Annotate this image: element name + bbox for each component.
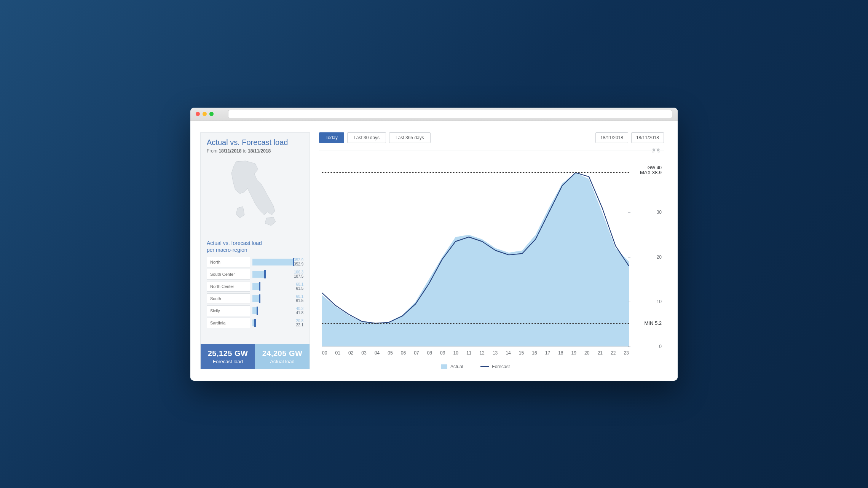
y-gw40-tick xyxy=(628,168,630,168)
region-name: North xyxy=(207,257,250,267)
y-max-line xyxy=(322,172,629,173)
x-tick-label: 07 xyxy=(414,350,419,356)
x-tick-label: 00 xyxy=(322,350,327,356)
sidebar: Actual vs. Forecast load From 18/11/2018… xyxy=(200,132,310,369)
region-bar xyxy=(252,269,290,280)
y-max-label: MAX 38.9 xyxy=(640,170,662,175)
x-tick-label: 09 xyxy=(440,350,445,356)
y-0-tick xyxy=(628,347,630,347)
legend-forecast-swatch xyxy=(480,366,489,367)
y-0-label: 0 xyxy=(659,344,662,349)
region-bar xyxy=(252,318,292,328)
region-row[interactable]: Sardinia20.822.1 xyxy=(207,318,303,328)
subhead-line1: Actual vs. forecast load xyxy=(207,240,262,246)
region-values: 106.3107.5 xyxy=(292,269,303,280)
legend-actual-label: Actual xyxy=(450,364,463,369)
page-title: Actual vs. Forecast load xyxy=(207,138,303,147)
chart-x-axis: 0001020304050607080910111213141516171819… xyxy=(322,350,629,356)
x-tick-label: 15 xyxy=(519,350,524,356)
x-tick-label: 12 xyxy=(479,350,484,356)
y-20-tick xyxy=(628,257,630,258)
browser-window: Actual vs. Forecast load From 18/11/2018… xyxy=(190,108,678,381)
date-range-label: From 18/11/2018 to 18/11/2018 xyxy=(207,148,303,154)
maximize-icon[interactable] xyxy=(209,112,214,116)
range-today-button[interactable]: Today xyxy=(319,132,344,143)
x-tick-label: 18 xyxy=(558,350,563,356)
region-row[interactable]: North Center60.161.5 xyxy=(207,281,303,292)
x-tick-label: 03 xyxy=(361,350,366,356)
range-mid: to xyxy=(241,148,248,154)
legend-forecast-label: Forecast xyxy=(492,364,510,369)
region-name: Sardinia xyxy=(207,318,250,328)
region-row[interactable]: South60.161.5 xyxy=(207,293,303,304)
region-section-header: Actual vs. forecast load per macro-regio… xyxy=(201,240,310,257)
total-actual-value: 24,205 GW xyxy=(257,349,307,358)
window-controls xyxy=(196,112,214,116)
browser-titlebar xyxy=(190,108,678,121)
region-name: Sicily xyxy=(207,305,250,316)
main-panel: Today Last 30 days Last 365 days 18/11/2… xyxy=(319,132,664,369)
legend-actual: Actual xyxy=(441,364,463,369)
totals-row: 25,125 GW Forecast load 24,205 GW Actual… xyxy=(201,344,310,369)
close-icon[interactable] xyxy=(196,112,200,116)
x-tick-label: 06 xyxy=(401,350,406,356)
y-10-tick xyxy=(628,302,630,302)
total-forecast-value: 25,125 GW xyxy=(203,349,253,358)
minimize-icon[interactable] xyxy=(203,112,207,116)
y-30-tick xyxy=(628,212,630,213)
range-365days-button[interactable]: Last 365 days xyxy=(389,132,431,143)
x-tick-label: 13 xyxy=(493,350,498,356)
x-tick-label: 23 xyxy=(624,350,629,356)
range-30days-button[interactable]: Last 30 days xyxy=(347,132,386,143)
legend-forecast: Forecast xyxy=(480,364,510,369)
page-content: Actual vs. Forecast load From 18/11/2018… xyxy=(190,121,678,381)
y-min-line xyxy=(322,323,629,324)
region-row[interactable]: Sicily40.341.8 xyxy=(207,305,303,316)
chart-plot-area: GW 40MAX 38.9302010MIN 5.20 xyxy=(322,168,629,347)
total-forecast-label: Forecast load xyxy=(203,359,253,364)
range-prefix: From xyxy=(207,148,219,154)
timeline-handle[interactable] xyxy=(652,148,660,153)
region-name: South Center xyxy=(207,269,250,280)
region-values: 40.341.8 xyxy=(295,305,303,316)
total-forecast: 25,125 GW Forecast load xyxy=(201,344,255,369)
url-input[interactable] xyxy=(228,110,672,118)
x-tick-label: 10 xyxy=(453,350,458,356)
x-tick-label: 08 xyxy=(427,350,432,356)
y-20-label: 20 xyxy=(657,254,662,260)
timeline-slider[interactable] xyxy=(319,145,664,151)
x-tick-label: 05 xyxy=(388,350,393,356)
region-values: 20.822.1 xyxy=(295,318,303,328)
total-actual-label: Actual load xyxy=(257,359,307,364)
chart-svg xyxy=(322,168,629,347)
x-tick-label: 16 xyxy=(532,350,537,356)
chart-container: GW 40MAX 38.9302010MIN 5.20 000102030405… xyxy=(319,159,664,369)
chart-legend: Actual Forecast xyxy=(322,364,629,369)
region-name: North Center xyxy=(207,281,250,292)
italy-map-icon[interactable] xyxy=(207,156,303,236)
region-list: North352.9352.9South Center106.3107.5Nor… xyxy=(201,257,310,333)
subhead-line2: per macro-region xyxy=(207,247,247,253)
total-actual: 24,205 GW Actual load xyxy=(255,344,310,369)
region-values: 60.161.5 xyxy=(295,293,303,304)
region-bar xyxy=(252,305,292,316)
region-name: South xyxy=(207,293,250,304)
region-values: 60.161.5 xyxy=(295,281,303,292)
region-bar xyxy=(252,257,290,267)
y-30-label: 30 xyxy=(657,210,662,215)
x-tick-label: 02 xyxy=(348,350,353,356)
date-to-input[interactable]: 18/11/2018 xyxy=(631,132,664,143)
x-tick-label: 17 xyxy=(545,350,550,356)
region-row[interactable]: South Center106.3107.5 xyxy=(207,269,303,280)
x-tick-label: 21 xyxy=(598,350,603,356)
range-from: 18/11/2018 xyxy=(219,148,241,154)
region-row[interactable]: North352.9352.9 xyxy=(207,257,303,267)
y-min-label: MIN 5.2 xyxy=(644,320,662,326)
date-from-input[interactable]: 18/11/2018 xyxy=(595,132,628,143)
legend-actual-swatch xyxy=(441,364,447,369)
region-bar xyxy=(252,281,292,292)
range-to: 18/11/2018 xyxy=(248,148,271,154)
region-bar xyxy=(252,293,292,304)
x-tick-label: 04 xyxy=(375,350,380,356)
x-tick-label: 14 xyxy=(506,350,511,356)
